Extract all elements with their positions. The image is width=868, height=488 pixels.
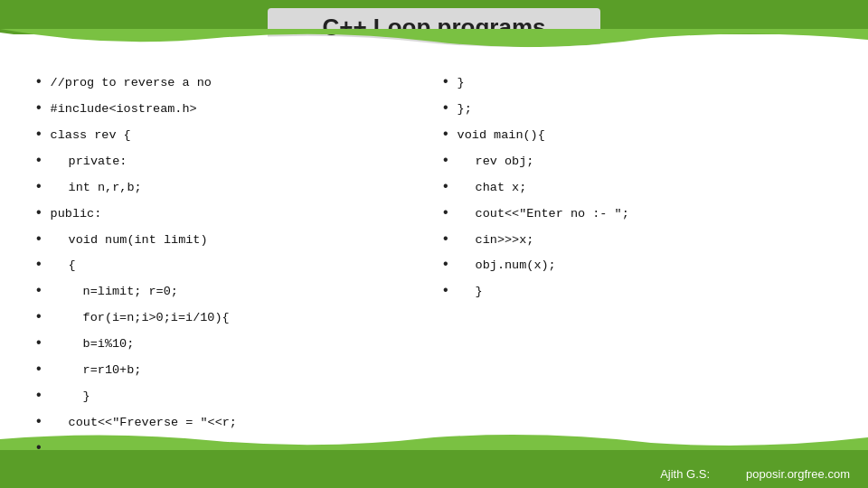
bullet-icon: • xyxy=(36,175,42,198)
list-item: •void num(int limit) xyxy=(36,228,425,250)
bullet-icon: • xyxy=(36,410,42,433)
bullet-icon: • xyxy=(36,332,42,354)
right-column: •}•};•void main(){•rev obj;•chat x;•cout… xyxy=(434,70,841,438)
code-text: class rev { xyxy=(51,127,131,145)
bullet-icon: • xyxy=(443,253,448,276)
list-item: •chat x; xyxy=(443,175,832,198)
code-text: //prog to reverse a no xyxy=(51,74,212,93)
code-text: obj.num(x); xyxy=(476,257,556,276)
list-item: •public: xyxy=(36,202,425,224)
bullet-icon: • xyxy=(36,358,42,380)
code-text: } xyxy=(83,388,90,407)
list-item: •} xyxy=(36,384,425,407)
wave-top xyxy=(0,29,868,52)
code-text: n=limit; r=0; xyxy=(83,283,178,302)
code-text: cin>>>x; xyxy=(476,231,534,250)
code-text: void main(){ xyxy=(458,127,545,145)
code-text: cout<<"Enter no :- "; xyxy=(476,205,629,224)
list-item: •for(i=n;i>0;i=i/10){ xyxy=(36,305,425,328)
bullet-icon: • xyxy=(443,228,448,250)
list-item: •{ xyxy=(36,253,425,276)
code-text: public: xyxy=(51,205,102,224)
code-text: } xyxy=(476,283,483,302)
bullet-icon: • xyxy=(443,123,448,145)
list-item: •cout<<"Enter no :- "; xyxy=(443,202,832,224)
code-text: { xyxy=(69,257,76,276)
list-item: •private: xyxy=(36,149,425,172)
bullet-icon: • xyxy=(443,175,448,198)
list-item: •rev obj; xyxy=(443,149,832,172)
list-item: •r=r10+b; xyxy=(36,358,425,380)
list-item: •obj.num(x); xyxy=(443,253,832,276)
code-text: int n,r,b; xyxy=(69,179,142,198)
code-text: r=r10+b; xyxy=(83,361,142,380)
list-item: •void main(){ xyxy=(443,123,832,145)
list-item: •cout<<"Freverse = "<<r; xyxy=(36,410,425,433)
bullet-icon: • xyxy=(36,384,42,407)
code-text: void num(int limit) xyxy=(69,231,208,250)
bullet-icon: • xyxy=(36,436,42,459)
bullet-icon: • xyxy=(443,70,448,93)
bullet-icon: • xyxy=(443,279,448,302)
list-item: •cin>>>x; xyxy=(443,228,832,250)
code-text: for(i=n;i>0;i=i/10){ xyxy=(83,309,230,328)
code-text: rev obj; xyxy=(476,153,534,172)
list-item: •b=i%10; xyxy=(36,332,425,354)
code-text: }; xyxy=(458,100,472,119)
bullet-icon: • xyxy=(443,149,448,172)
bullet-icon: • xyxy=(36,97,42,119)
code-text: b=i%10; xyxy=(83,335,135,354)
bullet-icon: • xyxy=(36,202,42,224)
code-text: } xyxy=(458,74,465,93)
footer: Ajith G.S: poposir.orgfree.com xyxy=(660,467,850,481)
code-text: cout<<"Freverse = "<<r; xyxy=(69,414,237,433)
list-item: •#include<iostream.h> xyxy=(36,97,425,119)
list-item: •int n,r,b; xyxy=(36,175,425,198)
bullet-icon: • xyxy=(36,228,42,250)
footer-website: poposir.orgfree.com xyxy=(746,467,850,481)
footer-author: Ajith G.S: xyxy=(660,467,710,481)
bullet-icon: • xyxy=(443,97,448,119)
main-content: •//prog to reverse a no•#include<iostrea… xyxy=(0,61,868,443)
bullet-icon: • xyxy=(36,70,42,93)
list-item: •} xyxy=(443,279,832,302)
list-item: •n=limit; r=0; xyxy=(36,279,425,302)
bullet-icon: • xyxy=(36,123,42,145)
bullet-icon: • xyxy=(443,202,448,224)
list-item: •}; xyxy=(443,97,832,119)
list-item: • xyxy=(36,436,425,459)
bullet-icon: • xyxy=(36,149,42,172)
bullet-icon: • xyxy=(36,279,42,302)
list-item: •} xyxy=(443,70,832,93)
code-text: #include<iostream.h> xyxy=(51,100,197,119)
list-item: •class rev { xyxy=(36,123,425,145)
bullet-icon: • xyxy=(36,305,42,328)
code-text: chat x; xyxy=(476,179,527,198)
left-column: •//prog to reverse a no•#include<iostrea… xyxy=(27,70,434,438)
code-text: private: xyxy=(69,153,127,172)
bullet-icon: • xyxy=(36,253,42,276)
list-item: •//prog to reverse a no xyxy=(36,70,425,93)
